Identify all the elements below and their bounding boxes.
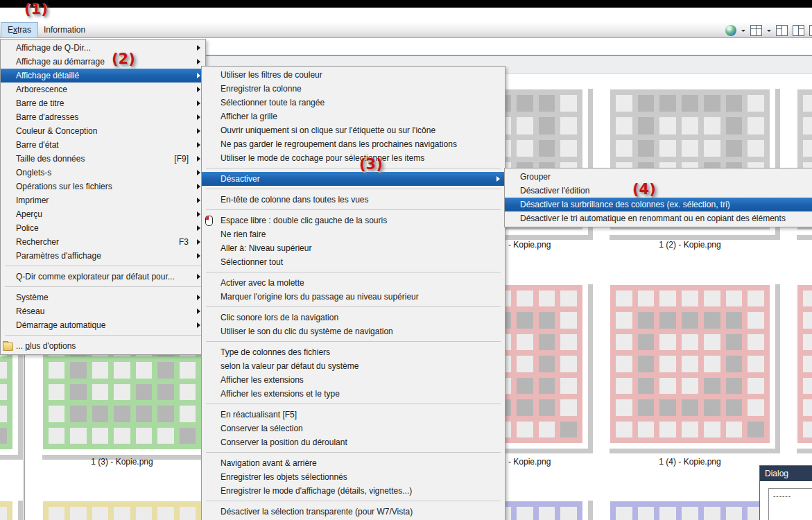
grid-cell bbox=[0, 507, 7, 520]
q-dir-window: ExtrasInformation - Kopie.png 1 (2) - Ko… bbox=[0, 0, 812, 520]
grid-cell bbox=[616, 356, 632, 372]
grid-cell bbox=[638, 117, 655, 134]
menu-item-en-reactualisant-f5[interactable]: En réactualisant [F5] bbox=[202, 408, 505, 422]
menu-item-grouper[interactable]: Grouper bbox=[505, 170, 812, 184]
menu-item-demarrage-automatique[interactable]: Démarrage automatique bbox=[1, 318, 205, 332]
layout-pane-icon-c[interactable] bbox=[809, 25, 812, 36]
menu-item-label: Onglets-s bbox=[16, 168, 51, 177]
menu-item-utiliser-les-filtres-de-couleur[interactable]: Utiliser les filtres de couleur bbox=[202, 68, 505, 82]
file-label[interactable]: 1 (3) - Kopie.png bbox=[91, 457, 153, 467]
menu-item-label: Réseau bbox=[16, 306, 44, 316]
menu-item-label: Aller à: Niveau supérieur bbox=[221, 243, 311, 253]
menu-item-affichage-detaille[interactable]: Affichage détaillé bbox=[1, 69, 205, 83]
menu-item-parametres-d-affichage[interactable]: Paramètres d'affichage bbox=[1, 249, 205, 263]
grid-cell bbox=[748, 117, 764, 134]
layout-pane-icon-a[interactable] bbox=[776, 25, 788, 36]
menu-item-rechercher[interactable]: RechercherF3 bbox=[1, 235, 205, 249]
menu-item-label: Rechercher bbox=[16, 237, 59, 247]
menu-item-arborescence[interactable]: Arborescence bbox=[1, 83, 205, 96]
grid-cell bbox=[70, 384, 86, 400]
menu-item-police[interactable]: Police bbox=[1, 221, 205, 235]
layout-dropdown-caret-icon[interactable] bbox=[767, 30, 771, 34]
toolbar-icons bbox=[725, 24, 812, 37]
extras-menu: Affichage de Q-Dir...Affichage au démarr… bbox=[0, 39, 206, 355]
grid-cell bbox=[726, 291, 743, 306]
submenu-arrow-icon bbox=[197, 128, 200, 134]
menu-item-barre-d-adresses[interactable]: Barre d'adresses bbox=[1, 110, 205, 124]
file-label[interactable]: 1 (2) - Kopie.png bbox=[659, 240, 720, 250]
menu-item-ne-pas-garder-le-regroupement-dans-les-pro[interactable]: Ne pas garder le regroupement dans les p… bbox=[202, 137, 505, 151]
globe-view-icon[interactable] bbox=[725, 25, 736, 36]
menu-item-q-dir-comme-explorateur-par-defaut-pour[interactable]: Q-Dir comme explorateur par défaut pour.… bbox=[1, 270, 205, 284]
menu-item-espace-libre-double-clic-gauche-de-la-sour[interactable]: Espace libre : double clic gauche de la … bbox=[202, 214, 505, 227]
menu-item-operations-sur-les-fichiers[interactable]: Opérations sur les fichiers bbox=[1, 180, 205, 193]
menubar-item-information[interactable]: Information bbox=[37, 23, 92, 37]
menu-item-aller-a-niveau-superieur[interactable]: Aller à: Niveau supérieur bbox=[202, 241, 505, 255]
menu-item-afficher-les-extensions[interactable]: Afficher les extensions bbox=[202, 373, 505, 387]
globe-dropdown-caret-icon[interactable] bbox=[741, 30, 745, 34]
menu-item-utiliser-le-mode-de-cochage-pour-selection[interactable]: Utiliser le mode de cochage pour sélecti… bbox=[202, 151, 505, 165]
menu-item-desactiver-la-selection-transparente-pour-[interactable]: Désactiver la sélection transparente (po… bbox=[202, 505, 505, 519]
file-thumbnail-lavender[interactable] bbox=[605, 496, 775, 520]
menu-item-desactiver-la-surbrillance-des-colonnes-ex[interactable]: Désactiver la surbrillance des colonnes … bbox=[505, 198, 812, 211]
file-thumbnail-red[interactable] bbox=[792, 279, 812, 449]
mouse-icon bbox=[205, 216, 213, 226]
menu-item-activer-avec-la-molette[interactable]: Activer avec la molette bbox=[202, 276, 505, 290]
menu-item-barre-de-titre[interactable]: Barre de titre bbox=[1, 96, 205, 110]
grid-cell bbox=[616, 117, 632, 134]
file-label[interactable]: - Kopie.png bbox=[508, 240, 551, 250]
menu-item-label: Ne pas garder le regroupement dans les p… bbox=[221, 139, 457, 149]
menu-item-ne-rien-faire[interactable]: Ne rien faire bbox=[202, 227, 505, 241]
menu-item-reseau[interactable]: Réseau bbox=[1, 304, 205, 318]
file-thumbnail-red[interactable] bbox=[605, 279, 775, 449]
menu-item-desactiver[interactable]: Désactiver bbox=[202, 172, 505, 186]
file-label[interactable]: 1 (4) - Kopie.png bbox=[659, 457, 720, 467]
menu-item-marquer-l-origine-lors-du-passage-au-nivea[interactable]: Marquer l'origine lors du passage au niv… bbox=[202, 290, 505, 304]
menu-item-ouvrir-uniquement-si-on-clique-sur-l-etiqu[interactable]: Ouvrir uniquement si on clique sur l'éti… bbox=[202, 123, 505, 137]
grid-cell bbox=[616, 422, 632, 437]
menu-item-onglets-s[interactable]: Onglets-s bbox=[1, 166, 205, 180]
dialog-window[interactable]: Dialog ------ bbox=[759, 465, 812, 520]
menu-item-label: Conserver la position du déroulant bbox=[221, 437, 347, 447]
menu-item-couleur-conception[interactable]: Couleur & Conception bbox=[1, 124, 205, 138]
grid-cell bbox=[726, 140, 743, 157]
menu-item-en-tete-de-colonne-dans-toutes-les-vues[interactable]: En-tête de colonne dans toutes les vues bbox=[202, 193, 505, 207]
menubar-item-extras[interactable]: Extras bbox=[1, 23, 37, 37]
menu-item-clic-sonore-lors-de-la-navigation[interactable]: Clic sonore lors de la navigation bbox=[202, 311, 505, 324]
dialog-title-bar[interactable]: Dialog bbox=[760, 466, 812, 481]
grid-cell bbox=[682, 291, 698, 306]
grid-cell bbox=[157, 406, 173, 422]
menu-item-navigation-avant-arriere[interactable]: Navigation avant & arrière bbox=[202, 456, 505, 470]
menu-item-selectionner-tout[interactable]: Sélectionner tout bbox=[202, 255, 505, 269]
menu-item-enregistrer-les-objets-selectionnes[interactable]: Enregistrer les objets sélectionnés bbox=[202, 470, 505, 484]
grid-cell bbox=[803, 378, 812, 394]
menu-item-affichage-au-demarrage[interactable]: Affichage au démarrage bbox=[1, 55, 205, 69]
menu-item-label: Barre d'état bbox=[16, 140, 59, 150]
layout-pane-icon-b[interactable] bbox=[793, 25, 804, 36]
menu-item-conserver-la-selection[interactable]: Conserver la sélection bbox=[202, 422, 505, 435]
menu-item-affichage-de-q-dir[interactable]: Affichage de Q-Dir... bbox=[1, 41, 205, 55]
menu-item-selon-la-valeur-par-defaut-du-systeme[interactable]: selon la valeur par défaut du système bbox=[202, 359, 505, 373]
menu-item-desactiver-le-tri-automatique-en-renommant[interactable]: Désactiver le tri automatique en renomma… bbox=[505, 211, 812, 225]
menu-item-enregistrer-la-colonne[interactable]: Enregistrer la colonne bbox=[202, 82, 505, 96]
menu-item-type-de-colonnes-des-fichiers[interactable]: Type de colonnes des fichiers bbox=[202, 345, 505, 359]
menu-item-apercu[interactable]: Aperçu bbox=[1, 207, 205, 221]
menu-item-systeme[interactable]: Système bbox=[1, 291, 205, 304]
menu-item-plus-d-options[interactable]: ... plus d'options bbox=[1, 339, 205, 353]
menu-item-enregistrer-le-mode-d-affichage-details-vi[interactable]: Enregistrer le mode d'affichage (détails… bbox=[202, 484, 505, 498]
menu-item-selectionner-toute-la-rangee[interactable]: Sélectionner toute la rangée bbox=[202, 96, 505, 110]
file-label[interactable]: - Kopie.png bbox=[508, 457, 551, 467]
menu-item-conserver-la-position-du-deroulant[interactable]: Conserver la position du déroulant bbox=[202, 435, 505, 449]
submenu-arrow-icon bbox=[197, 73, 200, 78]
menu-item-afficher-les-extensions-et-le-type[interactable]: Afficher les extensions et le type bbox=[202, 387, 505, 401]
menu-item-barre-d-etat[interactable]: Barre d'état bbox=[1, 138, 205, 152]
menu-item-desactiver-l-edition[interactable]: Désactiver l'édition bbox=[505, 184, 812, 198]
file-thumbnail-yellow[interactable] bbox=[37, 496, 207, 520]
menu-item-utiliser-le-son-du-clic-du-systeme-de-navi[interactable]: Utiliser le son du clic du système de na… bbox=[202, 324, 505, 338]
file-thumbnail-yellow[interactable] bbox=[0, 496, 18, 520]
menu-item-taille-des-donnees[interactable]: Taille des données[F9] bbox=[1, 152, 205, 166]
menu-item-afficher-la-grille[interactable]: Afficher la grille bbox=[202, 110, 505, 123]
layout-4-pane-icon[interactable] bbox=[750, 25, 762, 36]
grid-cell bbox=[560, 95, 577, 112]
menu-item-imprimer[interactable]: Imprimer bbox=[1, 193, 205, 207]
